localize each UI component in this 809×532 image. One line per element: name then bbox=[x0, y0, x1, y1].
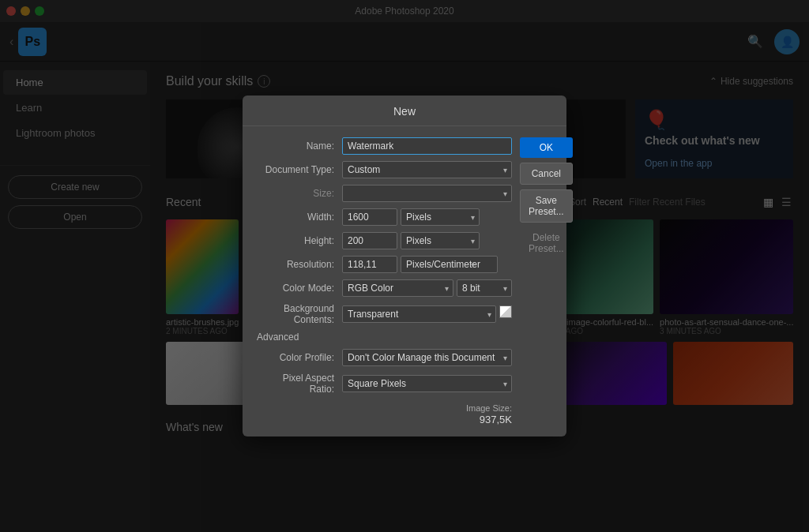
bg-contents-wrapper: Transparent White Background Color bbox=[342, 305, 496, 323]
advanced-toggle[interactable]: Advanced bbox=[255, 332, 512, 343]
height-unit-wrapper: Pixels Inches bbox=[401, 232, 480, 249]
resolution-unit-wrapper: Pixels/Centimeter Pixels/Inch bbox=[401, 256, 480, 273]
resolution-label: Resolution: bbox=[255, 259, 342, 270]
pixel-ratio-wrapper: Square Pixels D1/DV NTSC bbox=[342, 375, 512, 392]
delete-preset-button: Delete Preset... bbox=[520, 227, 573, 259]
color-mode-select[interactable]: RGB Color CMYK Color Grayscale bbox=[342, 279, 453, 297]
color-mode-label: Color Mode: bbox=[255, 283, 342, 294]
name-label: Name: bbox=[255, 140, 342, 152]
width-unit-select[interactable]: Pixels Inches Centimeters bbox=[401, 208, 480, 226]
height-row: Height: Pixels Inches bbox=[255, 232, 512, 249]
color-mode-wrapper: RGB Color CMYK Color Grayscale bbox=[342, 279, 453, 297]
color-profile-select[interactable]: Don't Color Manage this Document sRGB IE… bbox=[342, 349, 512, 366]
color-profile-label: Color Profile: bbox=[255, 352, 342, 363]
cancel-button[interactable]: Cancel bbox=[520, 163, 573, 185]
modal-overlay: New Name: Document Type: Custom Default … bbox=[0, 0, 809, 532]
document-type-select[interactable]: Custom Default Photoshop Size Letter A4 bbox=[342, 161, 512, 178]
bg-contents-group: Transparent White Background Color bbox=[342, 305, 512, 323]
save-preset-button[interactable]: Save Preset... bbox=[520, 189, 573, 223]
bit-depth-wrapper: 8 bit 16 bit 32 bit bbox=[457, 279, 512, 297]
height-label: Height: bbox=[255, 235, 342, 246]
image-size-box: Image Size: 937,5K bbox=[255, 403, 512, 425]
height-group: Pixels Inches bbox=[342, 232, 512, 249]
color-mode-group: RGB Color CMYK Color Grayscale 8 bit 16 … bbox=[342, 279, 512, 297]
image-size-value: 937,5K bbox=[480, 414, 512, 425]
size-row: Size: bbox=[255, 185, 512, 202]
modal-form: Name: Document Type: Custom Default Phot… bbox=[255, 137, 512, 425]
bg-contents-label: Background Contents: bbox=[255, 303, 342, 325]
resolution-group: Pixels/Centimeter Pixels/Inch bbox=[342, 256, 512, 273]
document-type-wrapper: Custom Default Photoshop Size Letter A4 bbox=[342, 161, 512, 178]
name-row: Name: bbox=[255, 137, 512, 155]
width-input[interactable] bbox=[342, 208, 397, 226]
height-input[interactable] bbox=[342, 232, 397, 249]
width-label: Width: bbox=[255, 212, 342, 223]
size-label: Size: bbox=[255, 188, 342, 199]
resolution-row: Resolution: Pixels/Centimeter Pixels/Inc… bbox=[255, 256, 512, 273]
width-unit-wrapper: Pixels Inches Centimeters bbox=[401, 208, 480, 226]
modal-title: New bbox=[243, 96, 566, 126]
bg-color-swatch[interactable] bbox=[499, 305, 512, 318]
bit-depth-select[interactable]: 8 bit 16 bit 32 bit bbox=[457, 279, 512, 297]
pixel-ratio-label: Pixel Aspect Ratio: bbox=[255, 373, 342, 395]
advanced-section: Advanced Color Profile: Don't Color Mana… bbox=[255, 332, 512, 395]
image-size-label: Image Size: bbox=[466, 403, 512, 413]
resolution-input[interactable] bbox=[342, 256, 397, 273]
resolution-unit-select[interactable]: Pixels/Centimeter Pixels/Inch bbox=[401, 256, 498, 273]
modal-body: Name: Document Type: Custom Default Phot… bbox=[243, 126, 566, 436]
bg-contents-select[interactable]: Transparent White Background Color bbox=[342, 305, 496, 323]
modal-actions: OK Cancel Save Preset... Delete Preset..… bbox=[520, 137, 573, 425]
document-type-row: Document Type: Custom Default Photoshop … bbox=[255, 161, 512, 178]
pixel-ratio-select[interactable]: Square Pixels D1/DV NTSC bbox=[342, 375, 512, 392]
pixel-ratio-row: Pixel Aspect Ratio: Square Pixels D1/DV … bbox=[255, 373, 512, 395]
new-document-modal: New Name: Document Type: Custom Default … bbox=[243, 96, 566, 436]
bg-contents-row: Background Contents: Transparent White B… bbox=[255, 303, 512, 325]
height-unit-select[interactable]: Pixels Inches bbox=[401, 232, 480, 249]
size-select[interactable] bbox=[342, 185, 512, 202]
color-profile-wrapper: Don't Color Manage this Document sRGB IE… bbox=[342, 349, 512, 366]
ok-button[interactable]: OK bbox=[520, 137, 573, 158]
color-mode-row: Color Mode: RGB Color CMYK Color Graysca… bbox=[255, 279, 512, 297]
name-input[interactable] bbox=[342, 137, 512, 155]
document-type-label: Document Type: bbox=[255, 164, 342, 175]
size-wrapper bbox=[342, 185, 512, 202]
width-group: Pixels Inches Centimeters bbox=[342, 208, 512, 226]
width-row: Width: Pixels Inches Centimeters bbox=[255, 208, 512, 226]
color-profile-row: Color Profile: Don't Color Manage this D… bbox=[255, 349, 512, 366]
